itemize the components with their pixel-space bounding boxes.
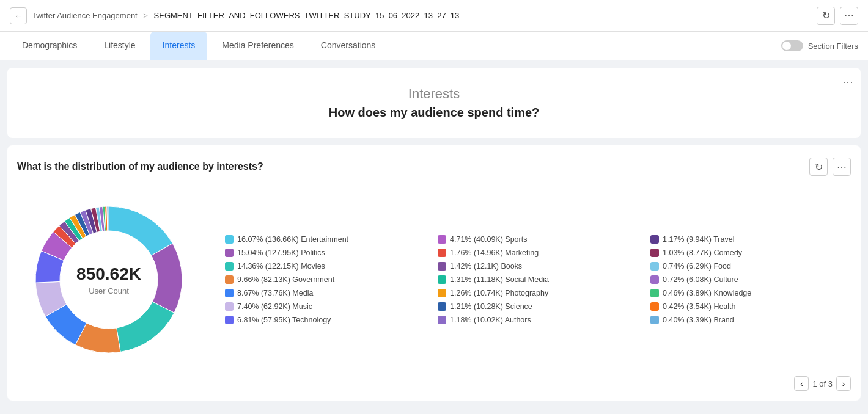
legend-color-dot: [225, 249, 234, 257]
breadcrumb-current: SEGMENT_FILTER_AND_FOLLOWERS_TWITTER_STU…: [154, 11, 460, 20]
legend-color-dot: [650, 302, 659, 311]
legend-color-dot: [225, 275, 234, 284]
legend-item: 1.18% (10.02K) Authors: [438, 316, 638, 324]
legend-text: 9.66% (82.13K) Government: [237, 275, 334, 284]
legend-text: 1.17% (9.94K) Travel: [663, 235, 734, 244]
legend-item: 0.40% (3.39K) Brand: [650, 316, 851, 324]
legend-color-dot: [650, 262, 659, 271]
legend-text: 1.03% (8.77K) Comedy: [663, 249, 742, 257]
legend: 16.07% (136.66K) Entertainment4.71% (40.…: [225, 235, 851, 324]
chart-more-button[interactable]: ⋯: [833, 158, 851, 176]
back-button[interactable]: ←: [10, 7, 27, 24]
legend-color-dot: [225, 302, 234, 311]
legend-text: 4.71% (40.09K) Sports: [450, 235, 527, 244]
header: ← Twitter Audience Engagement > SEGMENT_…: [0, 0, 868, 32]
legend-item: 4.71% (40.09K) Sports: [438, 235, 638, 244]
legend-item: 1.42% (12.1K) Books: [438, 262, 638, 271]
legend-item: 15.04% (127.95K) Politics: [225, 249, 425, 257]
legend-text: 16.07% (136.66K) Entertainment: [237, 235, 348, 244]
tab-demographics[interactable]: Demographics: [10, 32, 89, 60]
legend-color-dot: [650, 249, 659, 257]
legend-item: 14.36% (122.15K) Movies: [225, 262, 425, 271]
legend-text: 0.42% (3.54K) Health: [663, 302, 736, 311]
pagination-label: 1 of 3: [812, 379, 833, 388]
tab-conversations[interactable]: Conversations: [309, 32, 388, 60]
legend-text: 6.81% (57.95K) Technology: [237, 316, 331, 324]
legend-color-dot: [225, 316, 234, 324]
chart-actions: ↻ ⋯: [809, 158, 851, 176]
legend-color-dot: [650, 275, 659, 284]
legend-item: 1.21% (10.28K) Science: [438, 302, 638, 311]
section-filters-toggle[interactable]: [781, 40, 803, 51]
section-filters-label: Section Filters: [808, 42, 858, 51]
legend-item: 9.66% (82.13K) Government: [225, 275, 425, 284]
legend-item: 0.72% (6.08K) Culture: [650, 275, 851, 284]
next-page-button[interactable]: ›: [836, 376, 851, 391]
hero-title: Interests: [17, 86, 851, 102]
legend-text: 1.31% (11.18K) Social Media: [450, 275, 549, 284]
legend-text: 0.72% (6.08K) Culture: [663, 275, 738, 284]
legend-text: 1.21% (10.28K) Science: [450, 302, 532, 311]
more-options-button[interactable]: ⋯: [840, 7, 858, 25]
legend-item: 1.03% (8.77K) Comedy: [650, 249, 851, 257]
chart-refresh-button[interactable]: ↻: [809, 158, 828, 176]
legend-text: 7.40% (62.92K) Music: [237, 302, 312, 311]
hero-more-button[interactable]: ⋯: [842, 75, 853, 89]
chart-header: What is the distribution of my audience …: [17, 158, 851, 176]
legend-color-dot: [650, 289, 659, 297]
breadcrumb-separator: >: [143, 11, 148, 20]
legend-item: 8.67% (73.76K) Media: [225, 289, 425, 297]
legend-text: 0.40% (3.39K) Brand: [663, 316, 734, 324]
donut-label: User Count: [76, 286, 141, 296]
tabs-bar: DemographicsLifestyleInterestsMedia Pref…: [0, 32, 868, 60]
legend-color-dot: [438, 316, 446, 324]
legend-item: 16.07% (136.66K) Entertainment: [225, 235, 425, 244]
legend-text: 0.46% (3.89K) Knowledge: [663, 289, 751, 297]
legend-text: 1.26% (10.74K) Photography: [450, 289, 548, 297]
prev-page-button[interactable]: ‹: [794, 376, 809, 391]
legend-item: 1.26% (10.74K) Photography: [438, 289, 638, 297]
legend-color-dot: [438, 275, 446, 284]
chart-title: What is the distribution of my audience …: [17, 161, 263, 172]
refresh-button[interactable]: ↻: [817, 7, 835, 25]
legend-item: 1.31% (11.18K) Social Media: [438, 275, 638, 284]
legend-color-dot: [225, 262, 234, 271]
legend-color-dot: [438, 235, 446, 244]
header-left: ← Twitter Audience Engagement > SEGMENT_…: [10, 7, 459, 24]
legend-color-dot: [438, 249, 446, 257]
hero-section: ⋯ Interests How does my audience spend t…: [7, 68, 861, 138]
tab-media-preferences[interactable]: Media Preferences: [210, 32, 306, 60]
legend-text: 8.67% (73.76K) Media: [237, 289, 313, 297]
legend-item: 0.74% (6.29K) Food: [650, 262, 851, 271]
section-filters: Section Filters: [781, 40, 858, 51]
toggle-knob: [782, 42, 791, 50]
legend-color-dot: [225, 235, 234, 244]
breadcrumb-parent: Twitter Audience Engagement: [32, 11, 138, 20]
legend-color-dot: [438, 289, 446, 297]
chart-body: 850.62K User Count 16.07% (136.66K) Ente…: [17, 188, 851, 371]
legend-text: 1.42% (12.1K) Books: [450, 262, 522, 271]
header-right: ↻ ⋯: [817, 7, 858, 25]
donut-center: 850.62K User Count: [76, 264, 141, 296]
legend-color-dot: [650, 235, 659, 244]
chart-section: What is the distribution of my audience …: [7, 145, 861, 401]
legend-item: 0.42% (3.54K) Health: [650, 302, 851, 311]
legend-text: 14.36% (122.15K) Movies: [237, 262, 325, 271]
legend-item: 1.17% (9.94K) Travel: [650, 235, 851, 244]
hero-subtitle: How does my audience spend time?: [17, 106, 851, 120]
pagination: ‹ 1 of 3 ›: [17, 371, 851, 391]
tabs-container: DemographicsLifestyleInterestsMedia Pref…: [10, 32, 388, 60]
legend-item: 1.76% (14.96K) Marketing: [438, 249, 638, 257]
donut-chart: 850.62K User Count: [17, 188, 200, 371]
legend-text: 15.04% (127.95K) Politics: [237, 249, 325, 257]
breadcrumb: Twitter Audience Engagement > SEGMENT_FI…: [32, 11, 459, 20]
legend-text: 1.18% (10.02K) Authors: [450, 316, 531, 324]
legend-item: 7.40% (62.92K) Music: [225, 302, 425, 311]
tab-interests[interactable]: Interests: [150, 32, 208, 60]
legend-color-dot: [225, 289, 234, 297]
legend-color-dot: [438, 262, 446, 271]
legend-item: 0.46% (3.89K) Knowledge: [650, 289, 851, 297]
tab-lifestyle[interactable]: Lifestyle: [92, 32, 147, 60]
legend-text: 1.76% (14.96K) Marketing: [450, 249, 539, 257]
legend-text: 0.74% (6.29K) Food: [663, 262, 731, 271]
